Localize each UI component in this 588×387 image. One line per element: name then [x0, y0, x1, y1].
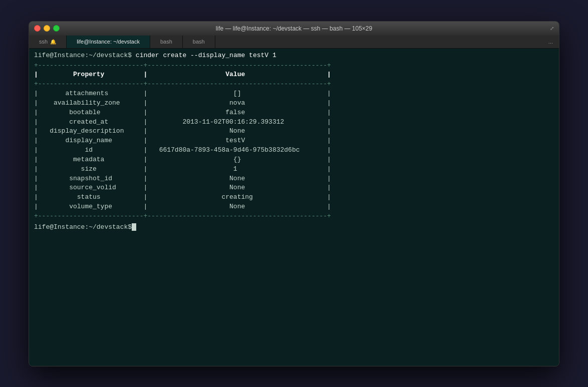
- bell-icon: 🔔: [50, 39, 56, 45]
- prompt2: life@Instance:~/devstack$: [34, 223, 132, 231]
- table-header: | Property | Value |: [34, 70, 554, 80]
- tab-ssh-label: ssh: [39, 39, 48, 45]
- table-border-bottom: +---------------------------+-----------…: [34, 212, 554, 221]
- tab-bash2-label: bash: [193, 39, 205, 45]
- close-button[interactable]: [34, 25, 41, 32]
- table-row: | attachments | [] |: [34, 89, 554, 99]
- table-row: | volume_type | None |: [34, 202, 554, 212]
- table-row: | id | 6617d80a-7893-458a-9d46-975b3832d…: [34, 146, 554, 155]
- tab-ssh[interactable]: ssh 🔔: [29, 36, 67, 48]
- table-row: | display_description | None |: [34, 127, 554, 136]
- command-line: life@Instance:~/devstack$ cinder create …: [34, 52, 554, 59]
- table-row: | availability_zone | nova |: [34, 99, 554, 108]
- table-row: | source_volid | None |: [34, 183, 554, 193]
- title-bar: life — life@Instance: ~/devstack — ssh —…: [29, 22, 559, 36]
- table-border-mid: +---------------------------+-----------…: [34, 80, 554, 89]
- table-row: | display_name | testV |: [34, 136, 554, 146]
- tab-more[interactable]: ...: [542, 36, 559, 48]
- table-row: | created_at | 2013-11-02T00:16:29.39331…: [34, 118, 554, 127]
- tab-devstack-label: life@Instance: ~/devstack: [77, 39, 140, 45]
- terminal-window: life — life@Instance: ~/devstack — ssh —…: [29, 21, 559, 366]
- maximize-button[interactable]: [53, 25, 60, 32]
- table-row: | size | 1 |: [34, 165, 554, 174]
- window-title: life — life@Instance: ~/devstack — ssh —…: [216, 25, 372, 32]
- table-row: | metadata | {} |: [34, 155, 554, 165]
- resize-icon: ⤢: [550, 26, 554, 32]
- cursor: [132, 223, 136, 231]
- tab-bar: ssh 🔔 life@Instance: ~/devstack bash bas…: [29, 36, 559, 49]
- bottom-prompt-line: life@Instance:~/devstack$: [34, 223, 554, 231]
- output-table: +---------------------------+-----------…: [34, 61, 554, 221]
- table-row: | status | creating |: [34, 193, 554, 202]
- tab-bash2[interactable]: bash: [183, 36, 215, 48]
- table-border-top: +---------------------------+-----------…: [34, 61, 554, 71]
- table-row: | snapshot_id | None |: [34, 174, 554, 184]
- traffic-lights: [34, 25, 60, 32]
- prompt1: life@Instance:~/devstack$: [34, 52, 132, 59]
- table-row: | bootable | false |: [34, 108, 554, 118]
- tab-bash1-label: bash: [160, 39, 172, 45]
- minimize-button[interactable]: [44, 25, 50, 32]
- command-text: cinder create --display_name testV 1: [132, 52, 276, 59]
- tab-bash1[interactable]: bash: [150, 36, 183, 48]
- tab-devstack[interactable]: life@Instance: ~/devstack: [67, 36, 150, 48]
- terminal-content[interactable]: life@Instance:~/devstack$ cinder create …: [29, 49, 559, 366]
